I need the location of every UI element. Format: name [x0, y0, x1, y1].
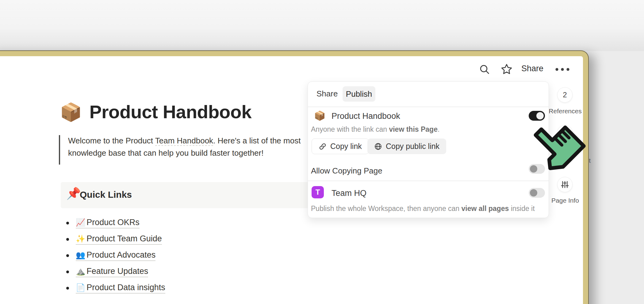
list-item: ⛰️Feature Updates: [66, 264, 165, 280]
more-options-icon[interactable]: [554, 67, 570, 72]
publish-caption: Anyone with the link can view this Page.: [311, 125, 439, 134]
bullet-dot: [66, 222, 69, 224]
share-button[interactable]: Share: [521, 64, 543, 73]
quick-links-list: 📈Product OKRs ✨Product Team Guide 👥Produ…: [66, 215, 165, 296]
publish-page-toggle[interactable]: [529, 111, 545, 121]
quote-bar: [59, 135, 60, 165]
copy-link-button[interactable]: Copy link: [312, 138, 369, 154]
list-item: 👥Product Advocates: [66, 247, 165, 264]
page-icon: 📦: [60, 103, 82, 121]
quote-line-1: Welcome to the Product Team Handbook. He…: [68, 134, 344, 147]
team-hq-title: Team HQ: [332, 189, 366, 198]
team-hq-avatar: T: [312, 186, 324, 198]
references-count-badge: 2: [563, 91, 567, 99]
toggle-knob: [530, 165, 537, 173]
search-icon[interactable]: [478, 63, 491, 76]
team-hq-toggle[interactable]: [529, 188, 545, 198]
allow-copying-toggle[interactable]: [529, 164, 545, 174]
bullet-dot: [66, 271, 69, 273]
link-icon: [319, 142, 327, 150]
link-feature-updates[interactable]: ⛰️Feature Updates: [76, 267, 148, 277]
quote-text: Welcome to the Product Team Handbook. He…: [68, 134, 344, 159]
tab-share[interactable]: Share: [316, 89, 338, 99]
page-title: Product Handbook: [89, 101, 251, 123]
chart-up-icon: 📈: [76, 219, 85, 226]
globe-icon: [374, 142, 382, 150]
publish-popover: Share Publish 📦 Product Handbook Anyone …: [308, 81, 549, 218]
toggle-knob: [536, 112, 544, 119]
favorite-star-icon[interactable]: [500, 63, 513, 76]
mountain-icon: ⛰️: [76, 267, 85, 275]
link-product-team-guide[interactable]: ✨Product Team Guide: [76, 234, 162, 245]
references-button[interactable]: 2: [557, 87, 573, 103]
bullet-dot: [66, 238, 69, 241]
document-icon: 📄: [76, 284, 85, 291]
divider: [308, 107, 549, 107]
popover-page-icon: 📦: [314, 111, 325, 120]
quick-links-heading: Quick Links: [80, 189, 132, 200]
allow-copying-label: Allow Copying Page: [311, 166, 382, 176]
list-item: 📈Product OKRs: [66, 215, 165, 231]
hidden-rail-button[interactable]: [557, 125, 573, 140]
references-label: References: [544, 107, 587, 115]
screenshot-root: { "header": { "share": "Share" }, "page"…: [0, 0, 644, 304]
sliders-icon: [560, 180, 569, 189]
quote-line-2: knowledge base that can help you build f…: [68, 147, 344, 159]
sparkles-icon: ✨: [76, 235, 85, 243]
link-product-okrs[interactable]: 📈Product OKRs: [76, 218, 140, 228]
toggle-knob: [530, 189, 537, 197]
hidden-rail-label-fragment: t: [548, 157, 591, 164]
list-item: 📄Product Data insights: [66, 280, 165, 296]
divider: [308, 181, 549, 181]
workspace-caption: Publish the whole Workspace, then anyone…: [311, 205, 535, 213]
team-handbook-link[interactable]: Team Handbook: [155, 136, 213, 146]
bullet-dot: [66, 254, 69, 257]
people-icon: 👥: [76, 251, 85, 259]
popover-page-title: Product Handbook: [332, 111, 400, 121]
page-title-block[interactable]: 📦 Product Handbook: [60, 101, 251, 123]
pushpin-icon: 📌: [66, 188, 81, 199]
bullet-dot: [66, 287, 69, 290]
link-product-data-insights[interactable]: 📄Product Data insights: [76, 283, 165, 294]
copy-public-link-button[interactable]: Copy public link: [367, 138, 446, 154]
page-info-button[interactable]: [557, 177, 573, 192]
link-product-advocates[interactable]: 👥Product Advocates: [76, 250, 155, 261]
list-item: ✨Product Team Guide: [66, 231, 165, 247]
page-info-label: Page Info: [544, 197, 587, 204]
tab-publish[interactable]: Publish: [343, 86, 375, 102]
desktop-background-strip: [0, 0, 644, 51]
